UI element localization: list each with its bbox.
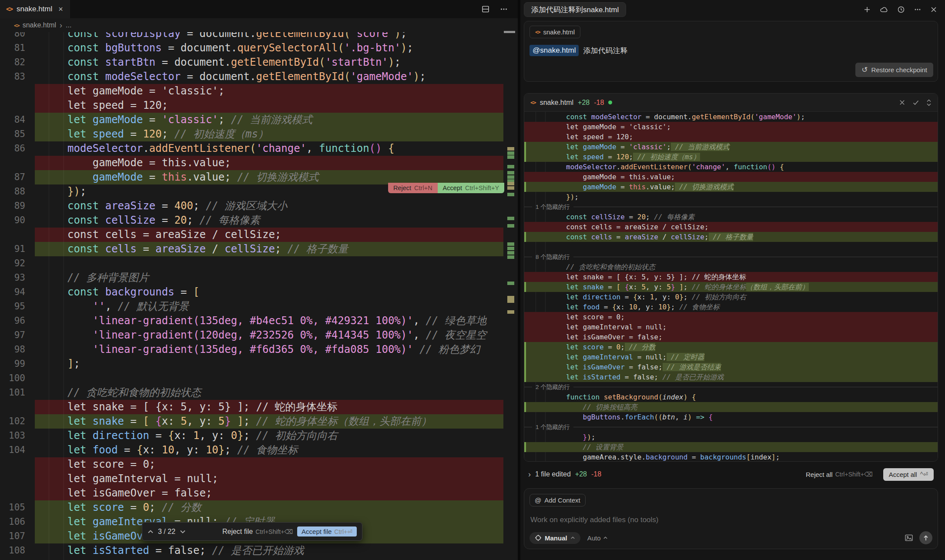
send-button[interactable] <box>919 531 932 544</box>
code-line[interactable]: const cells = areaSize / cellSize; <box>0 228 503 242</box>
reject-file-icon[interactable] <box>899 99 905 106</box>
code-token: ( <box>344 32 350 40</box>
close-panel-icon[interactable] <box>930 6 937 13</box>
code-token: 'gameMode' <box>350 70 413 83</box>
code-text: 'linear-gradient(135deg, #f6d365 0%, #fd… <box>35 342 503 357</box>
add-context-button[interactable]: @ Add Context <box>529 494 586 506</box>
code-line[interactable]: 91const cells = areaSize / cellSize; // … <box>0 242 503 256</box>
code-token: 0 <box>143 501 149 513</box>
code-line[interactable]: 94const backgrounds = [ <box>0 285 503 299</box>
code-token: { <box>168 429 174 442</box>
history-icon[interactable] <box>897 6 905 13</box>
expand-files-icon[interactable]: › <box>528 470 531 479</box>
code-line[interactable]: 101// 贪吃蛇和食物的初始状态 <box>0 386 503 400</box>
split-editor-icon[interactable] <box>481 5 490 13</box>
code-token: bgButtons <box>583 413 621 421</box>
code-line[interactable]: 105let score = 0; // 分数 <box>0 500 503 515</box>
reject-all-button[interactable]: Reject allCtrl+Shift+⌫ <box>806 471 873 478</box>
code-line[interactable]: 102let snake = [ {x: 5, y: 5} ]; // 蛇的身体… <box>0 414 503 429</box>
accept-file-icon[interactable] <box>912 100 919 106</box>
code-line[interactable]: 84let gameMode = 'classic'; // 当前游戏模式 <box>0 113 503 127</box>
code-token: / <box>206 243 225 255</box>
code-line[interactable]: 100 <box>0 371 503 386</box>
code-line[interactable]: let gameMode = 'classic'; <box>0 84 503 98</box>
chat-input-placeholder[interactable]: Work on explicitly added files (no tools… <box>530 516 659 524</box>
code-token: let gameMode = 'classic'; <box>67 85 225 97</box>
code-line[interactable]: 90const cellSize = 20; // 每格像素 <box>0 213 503 228</box>
hidden-lines-separator[interactable]: 1 个隐藏的行 <box>524 202 938 212</box>
code-token: ) <box>587 433 591 441</box>
cloud-icon[interactable] <box>880 6 888 13</box>
more-actions-icon[interactable] <box>499 5 508 13</box>
code-line[interactable]: 93// 多种背景图片 <box>0 271 503 285</box>
code-line[interactable]: 99]; <box>0 357 503 371</box>
accept-all-button[interactable]: Accept all^⏎ <box>883 468 934 481</box>
code-line[interactable]: 80const scoreDisplay = document.getEleme… <box>0 32 503 41</box>
accept-file-button[interactable]: Accept fileCtrl+⏎ <box>297 526 357 537</box>
code-token: speed <box>93 128 124 140</box>
hidden-lines-separator[interactable]: 1 个隐藏的行 <box>524 422 938 432</box>
restore-checkpoint-button[interactable]: ↺ Restore checkpoint <box>855 63 933 77</box>
code-text: const cells = areaSize / cellSize; // 格子… <box>524 232 938 242</box>
code-token: ( <box>319 56 325 68</box>
reject-change-button[interactable]: RejectCtrl+N <box>388 183 438 193</box>
diff-line: let food = {x: 10, y: 10}; // 食物坐标 <box>524 302 938 312</box>
code-line[interactable]: 108let isStarted = false; // 是否已开始游戏 <box>0 543 503 558</box>
accept-change-button[interactable]: AcceptCtrl+Shift+Y <box>438 183 505 193</box>
code-line[interactable]: 104let food = {x: 10, y: 10}; // 食物坐标 <box>0 443 503 457</box>
hidden-lines-separator[interactable]: 8 个隐藏的行 <box>524 252 938 262</box>
code-token: } <box>667 303 671 311</box>
code-token: , y: <box>174 444 206 456</box>
reject-file-button[interactable]: Reject fileCtrl+Shift+⌫ <box>222 528 293 536</box>
previous-change-icon[interactable] <box>147 530 154 534</box>
expand-collapse-icon[interactable] <box>926 99 932 107</box>
diff-line: const cells = areaSize / cellSize; <box>524 222 938 232</box>
code-line[interactable]: 96 'linear-gradient(135deg, #b4ec51 0%, … <box>0 314 503 328</box>
code-line[interactable]: 103let direction = {x: 1, y: 0}; // 初始方向… <box>0 429 503 443</box>
new-chat-icon[interactable] <box>863 6 871 13</box>
code-line[interactable]: 82const startBtn = document.getElementBy… <box>0 55 503 70</box>
chat-title: 添加代码注释到snake.html <box>531 5 619 15</box>
code-line[interactable]: 81const bgButtons = document.querySelect… <box>0 41 503 55</box>
code-token: // 当前游戏模式 <box>225 114 312 126</box>
breadcrumb[interactable]: <> snake.html › ... <box>0 18 518 32</box>
diff-content[interactable]: const modeSelector = document.getElement… <box>524 112 938 461</box>
code-line[interactable]: let gameInterval = null; <box>0 472 503 486</box>
code-line[interactable]: 83const modeSelector = document.getEleme… <box>0 70 503 84</box>
code-line[interactable]: let isGameOver = false; <box>0 486 503 500</box>
breadcrumb-more[interactable]: ... <box>66 21 71 29</box>
code-token: 10 <box>629 303 637 311</box>
code-line[interactable]: 95 '', // 默认无背景 <box>0 299 503 314</box>
code-token: 'classic' <box>162 114 218 126</box>
code-line[interactable]: let score = 0; <box>0 457 503 472</box>
close-tab-icon[interactable]: × <box>58 5 63 13</box>
more-options-icon[interactable] <box>914 6 922 13</box>
hidden-lines-separator[interactable]: 2 个隐藏的行 <box>524 382 938 392</box>
code-token: = document. <box>641 113 692 121</box>
code-line[interactable]: gameMode = this.value; <box>0 156 503 170</box>
code-line[interactable]: 89const areaSize = 400; // 游戏区域大小 <box>0 199 503 213</box>
code-line[interactable]: let snake = [ {x: 5, y: 5} ]; // 蛇的身体坐标 <box>0 400 503 414</box>
code-line[interactable]: 98 'linear-gradient(135deg, #f6d365 0%, … <box>0 342 503 357</box>
code-token: x: <box>162 415 181 427</box>
code-token: // 切换游戏模式 <box>675 183 734 191</box>
next-change-icon[interactable] <box>180 530 186 534</box>
mode-selector-manual[interactable]: Manual <box>529 532 580 544</box>
chat-title-tab[interactable]: 添加代码注释到snake.html <box>524 2 626 17</box>
line-number: 103 <box>0 429 35 443</box>
model-selector-auto[interactable]: Auto <box>587 534 608 542</box>
attach-image-icon[interactable] <box>905 534 913 542</box>
diff-line: const cellSize = 20; // 每格像素 <box>524 212 938 222</box>
code-line[interactable]: 92 <box>0 256 503 271</box>
overview-change-marker <box>507 165 514 168</box>
code-line[interactable]: let speed = 120; <box>0 98 503 113</box>
indent-guide <box>49 32 49 560</box>
code-line[interactable]: 97 'linear-gradient(120deg, #232526 0%, … <box>0 328 503 342</box>
code-line[interactable]: 85let speed = 120; // 初始速度（ms） <box>0 127 503 141</box>
diff-card-header[interactable]: <> snake.html +28 -18 <box>524 94 938 112</box>
code-line[interactable]: 86modeSelector.addEventListener('change'… <box>0 141 503 156</box>
tab-snake-html[interactable]: <> snake.html × <box>0 0 70 18</box>
chat-input-card[interactable]: @ Add Context Work on explicitly added f… <box>524 488 938 549</box>
file-mention[interactable]: @snake.html <box>529 45 579 56</box>
context-file-chip[interactable]: <> snake.html <box>529 26 580 38</box>
